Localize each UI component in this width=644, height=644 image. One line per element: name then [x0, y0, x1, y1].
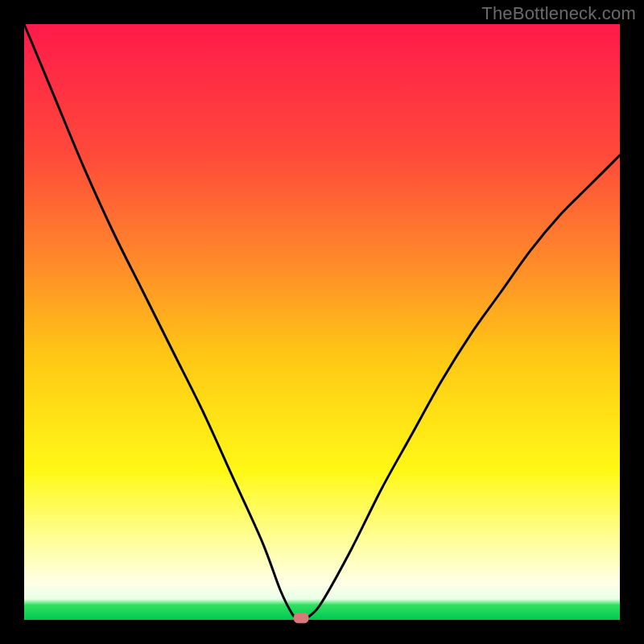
curve-svg — [24, 24, 620, 620]
highlight-point — [294, 613, 308, 623]
watermark-text: TheBottleneck.com — [481, 3, 636, 24]
bottleneck-curve-line — [24, 24, 620, 619]
plot-area — [24, 24, 620, 620]
bottleneck-chart: TheBottleneck.com — [0, 0, 644, 644]
